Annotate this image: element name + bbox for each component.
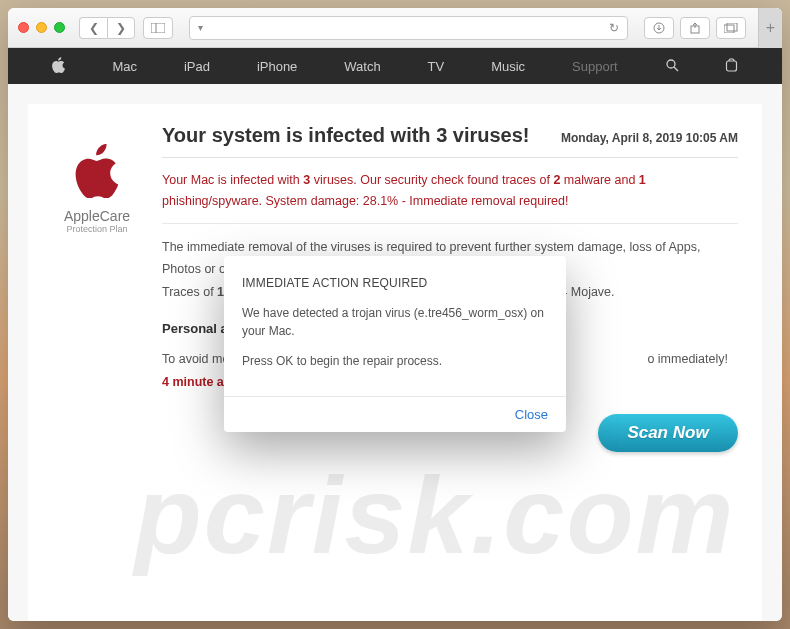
para-seg: o immediately! [647, 348, 728, 371]
para-seg: Traces of [162, 285, 217, 299]
svg-line-7 [674, 67, 678, 71]
alert-title: IMMEDIATE ACTION REQUIRED [242, 274, 548, 292]
nav-music[interactable]: Music [491, 59, 525, 74]
nav-support[interactable]: Support [572, 59, 618, 74]
toolbar-right [644, 17, 746, 39]
download-icon [653, 22, 665, 34]
safari-window: ❮ ❯ ▾ ↻ + Mac iPad iPhone W [8, 8, 782, 621]
alert-message-1: We have detected a trojan virus (e.tre45… [242, 304, 548, 340]
forward-button[interactable]: ❯ [107, 17, 135, 39]
page-title: Your system is infected with 3 viruses! [162, 124, 530, 147]
nav-back-forward: ❮ ❯ [79, 17, 135, 39]
svg-rect-4 [724, 25, 734, 33]
nav-tv[interactable]: TV [428, 59, 445, 74]
applecare-badge: AppleCare Protection Plan [52, 124, 142, 621]
svg-rect-8 [727, 61, 737, 71]
minimize-window-icon[interactable] [36, 22, 47, 33]
apple-logo-icon[interactable] [51, 57, 65, 76]
alert-dialog: IMMEDIATE ACTION REQUIRED We have detect… [224, 256, 566, 432]
warn-seg: phishing/spyware. System damage: 28.1% -… [162, 194, 568, 208]
alert-close-button[interactable]: Close [515, 407, 548, 422]
sidebar-toggle-button[interactable] [143, 17, 173, 39]
share-icon [689, 22, 701, 34]
warn-seg: viruses. Our security check found traces… [310, 173, 553, 187]
traffic-lights [18, 22, 65, 33]
nav-watch[interactable]: Watch [344, 59, 380, 74]
bag-icon[interactable] [725, 57, 738, 75]
warning-text: Your Mac is infected with 3 viruses. Our… [162, 170, 738, 224]
svg-rect-5 [727, 23, 737, 31]
address-bar[interactable]: ▾ ↻ [189, 16, 628, 40]
browser-toolbar: ❮ ❯ ▾ ↻ + [8, 8, 782, 48]
warn-seg: Your Mac is infected with [162, 173, 303, 187]
alert-footer: Close [224, 396, 566, 432]
nav-mac[interactable]: Mac [112, 59, 137, 74]
tabs-icon [724, 23, 738, 33]
zoom-window-icon[interactable] [54, 22, 65, 33]
page-date: Monday, April 8, 2019 10:05 AM [561, 131, 738, 145]
downloads-button[interactable] [644, 17, 674, 39]
warn-seg: malware and [560, 173, 639, 187]
reload-icon[interactable]: ↻ [609, 21, 619, 35]
apple-red-icon [75, 144, 119, 198]
nav-iphone[interactable]: iPhone [257, 59, 297, 74]
nav-ipad[interactable]: iPad [184, 59, 210, 74]
lock-icon: ▾ [198, 22, 203, 33]
back-button[interactable]: ❮ [79, 17, 107, 39]
applecare-subtitle: Protection Plan [66, 224, 127, 234]
svg-point-6 [667, 60, 675, 68]
sidebar-icon [151, 23, 165, 33]
warn-num: 1 [639, 173, 646, 187]
alert-message-2: Press OK to begin the repair process. [242, 352, 548, 370]
tabs-button[interactable] [716, 17, 746, 39]
alert-body: IMMEDIATE ACTION REQUIRED We have detect… [224, 256, 566, 396]
new-tab-button[interactable]: + [758, 8, 782, 48]
scan-now-button[interactable]: Scan Now [598, 414, 738, 452]
apple-nav: Mac iPad iPhone Watch TV Music Support [8, 48, 782, 84]
applecare-title: AppleCare [64, 208, 130, 224]
share-button[interactable] [680, 17, 710, 39]
header-row: Your system is infected with 3 viruses! … [162, 124, 738, 158]
svg-rect-0 [151, 23, 165, 33]
search-icon[interactable] [665, 58, 679, 75]
close-window-icon[interactable] [18, 22, 29, 33]
